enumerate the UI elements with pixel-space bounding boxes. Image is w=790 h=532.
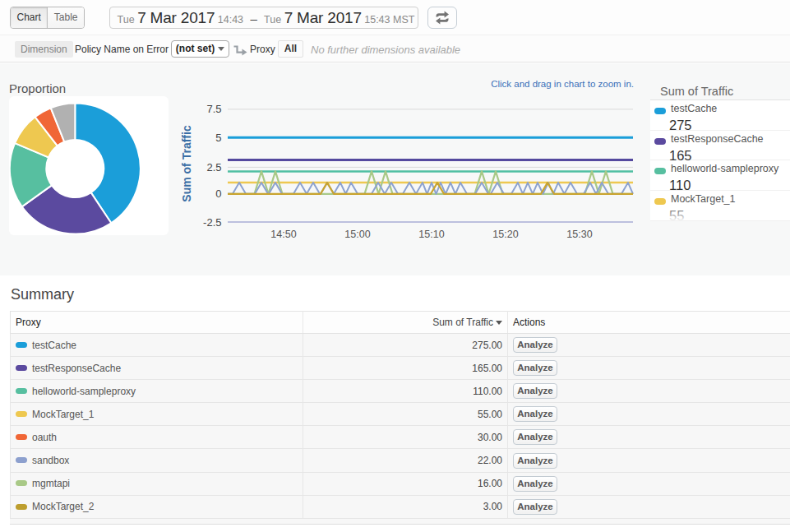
svg-text:15:10: 15:10 [418, 229, 444, 240]
svg-text:7.5: 7.5 [206, 103, 221, 115]
svg-text:14:50: 14:50 [270, 229, 296, 240]
svg-text:Sum of Traffic: Sum of Traffic [180, 125, 193, 202]
svg-text:2.5: 2.5 [206, 161, 221, 173]
svg-text:0: 0 [215, 187, 221, 200]
svg-text:15:30: 15:30 [566, 229, 592, 240]
svg-text:-2.5: -2.5 [203, 216, 221, 229]
svg-text:15:00: 15:00 [344, 229, 370, 240]
svg-text:5: 5 [215, 132, 221, 144]
svg-text:15:20: 15:20 [492, 229, 518, 240]
